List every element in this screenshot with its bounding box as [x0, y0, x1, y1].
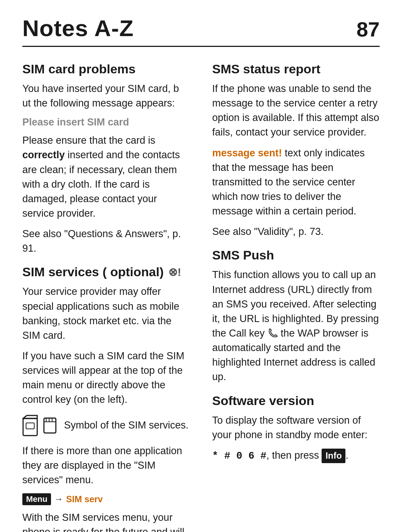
sim-card-svg	[22, 415, 42, 436]
sim-card-para1: You have inserted your SIM card, b ut th…	[22, 82, 190, 111]
menu-sim-text: SIM serv	[66, 494, 103, 504]
svg-marker-1	[23, 415, 37, 418]
page: Notes A-Z 87 SIM card problems You have …	[0, 0, 402, 532]
software-version-para1: To display the software version of your …	[212, 413, 380, 442]
info-badge: Info	[322, 449, 345, 463]
sim-services-para3: If there is more than one application th…	[22, 444, 190, 487]
content-columns: SIM card problems You have inserted your…	[22, 62, 380, 532]
sim-symbol-text: Symbol of the SIM services.	[64, 418, 189, 433]
heading-software-version: Software version	[212, 394, 380, 408]
memory-card-svg	[43, 417, 57, 434]
sim-symbol-icon	[22, 415, 57, 436]
sim-symbol-row: Symbol of the SIM services.	[22, 415, 190, 436]
sim-services-para1: Your service provider may offer special …	[22, 284, 190, 343]
page-number: 87	[357, 17, 380, 41]
sms-message-sent-highlight: message sent!	[212, 147, 282, 159]
svg-rect-2	[26, 423, 34, 429]
sms-status-para2: message sent! text only indicates that t…	[212, 146, 380, 219]
svg-rect-3	[44, 418, 56, 433]
page-title: Notes A-Z	[22, 15, 134, 41]
menu-badge: Menu	[22, 493, 51, 505]
sms-status-para3: See also "Validity", p. 73.	[212, 224, 380, 239]
right-column: SMS status report If the phone was unabl…	[212, 62, 380, 532]
svg-rect-0	[23, 418, 37, 436]
section-sms-push: SMS Push This function allows you to cal…	[212, 248, 380, 384]
sim-card-gray-message: Please insert SIM card	[22, 117, 190, 128]
heading-sim-services: SIM services ( optional) ⊗!	[22, 265, 190, 279]
sim-services-para4: With the SIM services menu, your phone i…	[22, 510, 190, 532]
heading-sms-status: SMS status report	[212, 62, 380, 76]
section-sim-services: SIM services ( optional) ⊗! Your service…	[22, 265, 190, 532]
sim-card-para2: Please ensure that the card is correctly…	[22, 133, 190, 221]
menu-arrow: →	[54, 494, 63, 504]
section-sim-card-problems: SIM card problems You have inserted your…	[22, 62, 190, 256]
page-header: Notes A-Z 87	[22, 15, 380, 47]
software-version-para2: * # 0 6 #, then press Info.	[212, 448, 380, 463]
software-code: * # 0 6 #	[212, 450, 267, 462]
sms-push-para1: This function allows you to call up an I…	[212, 268, 380, 384]
menu-badge-row: Menu → SIM serv	[22, 493, 190, 505]
section-sms-status: SMS status report If the phone was unabl…	[212, 62, 380, 239]
call-key-icon	[268, 328, 278, 338]
heading-sim-card-problems: SIM card problems	[22, 62, 190, 76]
sms-status-para1: If the phone was unable to send the mess…	[212, 82, 380, 140]
sim-services-icon: ⊗!	[168, 265, 181, 278]
left-column: SIM card problems You have inserted your…	[22, 62, 190, 532]
sim-card-para3: See also "Questions & Answers", p. 91.	[22, 227, 190, 256]
heading-sms-push: SMS Push	[212, 248, 380, 262]
section-software-version: Software version To display the software…	[212, 394, 380, 463]
sim-services-para2: If you have such a SIM card the SIM serv…	[22, 349, 190, 407]
